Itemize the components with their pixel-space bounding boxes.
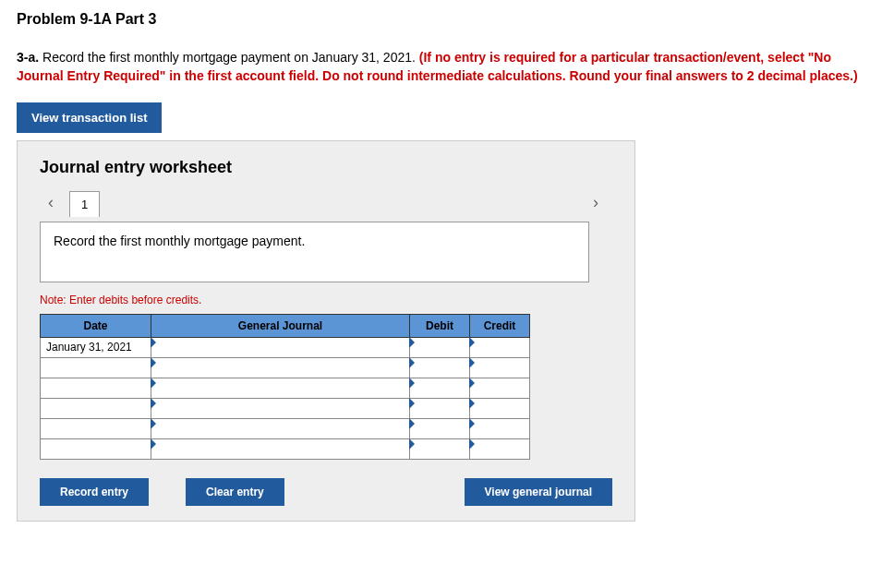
journal-panel: Journal entry worksheet ‹ 1 › Record the… — [17, 140, 635, 522]
view-general-journal-button[interactable]: View general journal — [465, 478, 612, 506]
header-date: Date — [41, 314, 151, 337]
dropdown-icon — [469, 378, 475, 389]
tab-1[interactable]: 1 — [69, 191, 100, 217]
panel-heading: Journal entry worksheet — [40, 158, 612, 177]
cell-credit[interactable] — [470, 398, 530, 418]
cell-credit[interactable] — [470, 438, 530, 459]
table-body: January 31, 2021 — [41, 337, 530, 459]
dropdown-icon — [469, 357, 475, 368]
cell-journal[interactable] — [151, 378, 410, 398]
view-transaction-list-button[interactable]: View transaction list — [17, 102, 162, 133]
table-header-row: Date General Journal Debit Credit — [41, 314, 530, 337]
dropdown-icon — [151, 418, 156, 429]
cell-date[interactable] — [41, 418, 151, 438]
dropdown-icon — [409, 378, 415, 389]
table-row — [41, 438, 530, 459]
dropdown-icon — [409, 418, 415, 429]
header-credit: Credit — [470, 314, 530, 337]
cell-journal[interactable] — [151, 418, 410, 438]
cell-date[interactable] — [41, 378, 151, 398]
cell-journal[interactable] — [151, 438, 410, 459]
cell-credit[interactable] — [470, 357, 530, 378]
button-row: Record entry Clear entry View general jo… — [40, 478, 612, 506]
entry-description: Record the first monthly mortgage paymen… — [40, 222, 589, 282]
cell-date[interactable]: January 31, 2021 — [41, 337, 151, 357]
table-row — [41, 398, 530, 418]
question-label: 3-a. — [17, 50, 39, 65]
cell-journal[interactable] — [151, 357, 410, 378]
table-row — [41, 418, 530, 438]
table-row — [41, 357, 530, 378]
cell-credit[interactable] — [470, 337, 530, 357]
cell-journal[interactable] — [151, 337, 410, 357]
dropdown-icon — [151, 337, 156, 348]
tab-nav: ‹ 1 › — [40, 190, 612, 216]
cell-date[interactable] — [41, 357, 151, 378]
cell-debit[interactable] — [410, 398, 470, 418]
dropdown-icon — [151, 398, 156, 409]
table-row: January 31, 2021 — [41, 337, 530, 357]
chevron-left-icon[interactable]: ‹ — [40, 193, 62, 212]
dropdown-icon — [151, 357, 156, 368]
instructions: 3-a. Record the first monthly mortgage p… — [17, 48, 865, 86]
cell-debit[interactable] — [410, 418, 470, 438]
cell-credit[interactable] — [470, 418, 530, 438]
cell-credit[interactable] — [470, 378, 530, 398]
cell-debit[interactable] — [410, 337, 470, 357]
question-text: Record the first monthly mortgage paymen… — [39, 50, 419, 65]
header-debit: Debit — [410, 314, 470, 337]
dropdown-icon — [469, 418, 475, 429]
dropdown-icon — [409, 357, 415, 368]
cell-debit[interactable] — [410, 438, 470, 459]
dropdown-icon — [409, 337, 415, 348]
dropdown-icon — [469, 337, 475, 348]
chevron-right-icon[interactable]: › — [585, 193, 607, 212]
debits-note: Note: Enter debits before credits. — [40, 294, 612, 306]
table-row — [41, 378, 530, 398]
dropdown-icon — [469, 398, 475, 409]
clear-entry-button[interactable]: Clear entry — [186, 478, 284, 506]
cell-date[interactable] — [41, 398, 151, 418]
dropdown-icon — [151, 378, 156, 389]
page-title: Problem 9-1A Part 3 — [17, 11, 865, 28]
cell-journal[interactable] — [151, 398, 410, 418]
dropdown-icon — [409, 438, 415, 450]
dropdown-icon — [409, 398, 415, 409]
cell-date[interactable] — [41, 438, 151, 459]
header-journal: General Journal — [151, 314, 410, 337]
journal-table: Date General Journal Debit Credit Januar… — [40, 314, 530, 460]
dropdown-icon — [151, 438, 156, 450]
dropdown-icon — [469, 438, 475, 450]
record-entry-button[interactable]: Record entry — [40, 478, 149, 506]
cell-debit[interactable] — [410, 378, 470, 398]
cell-debit[interactable] — [410, 357, 470, 378]
